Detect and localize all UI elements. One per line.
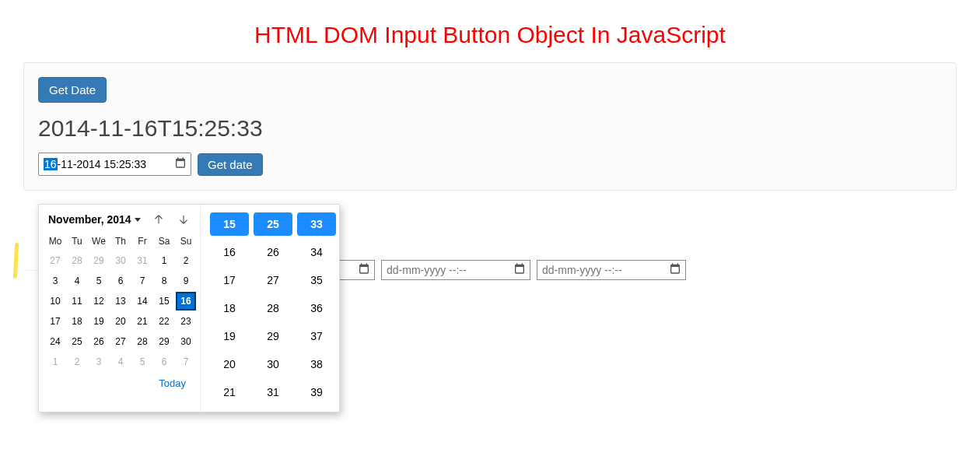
calendar-day[interactable]: 27 — [110, 332, 131, 351]
time-option[interactable]: 16 — [210, 240, 249, 264]
calendar-day[interactable]: 10 — [45, 292, 65, 310]
time-option[interactable]: 31 — [254, 381, 292, 404]
day-of-week-header: Sa — [154, 233, 174, 250]
extra-datetime-input-3[interactable] — [537, 260, 686, 280]
calendar-day[interactable]: 29 — [89, 251, 109, 270]
calendar-day[interactable]: 11 — [67, 292, 87, 310]
time-pane: 1525331626341727351828361929372030382131… — [201, 205, 339, 412]
datetime-input-wrap: 16-11-2014 15:25:33 — [38, 153, 191, 176]
calendar-day[interactable]: 2 — [67, 353, 87, 371]
today-link[interactable]: Today — [45, 371, 194, 391]
time-option[interactable]: 29 — [254, 324, 292, 348]
calendar-day[interactable]: 30 — [110, 251, 131, 270]
time-option[interactable]: 39 — [297, 381, 336, 404]
calendar-day[interactable]: 13 — [110, 292, 131, 310]
time-option[interactable]: 18 — [210, 296, 249, 320]
calendar-day[interactable]: 5 — [89, 272, 109, 290]
get-date-button[interactable]: Get Date — [38, 77, 107, 103]
day-of-week-header: Su — [176, 233, 196, 250]
time-option[interactable]: 34 — [297, 240, 336, 264]
calendar-day[interactable]: 27 — [45, 251, 65, 270]
calendar-day[interactable]: 6 — [154, 353, 174, 371]
calendar-day[interactable]: 14 — [132, 292, 152, 310]
calendar-day[interactable]: 1 — [45, 353, 65, 371]
extra-input-3-wrap — [537, 260, 686, 280]
page-title: HTML DOM Input Button Object In JavaScri… — [0, 0, 980, 62]
calendar-day[interactable]: 21 — [132, 312, 152, 331]
time-option[interactable]: 30 — [254, 353, 292, 376]
time-option[interactable]: 36 — [297, 296, 336, 320]
calendar-day[interactable]: 16 — [176, 292, 196, 310]
calendar-grid: MoTuWeThFrSaSu27282930311234567891011121… — [45, 233, 194, 371]
time-option[interactable]: 37 — [297, 324, 336, 348]
calendar-day[interactable]: 20 — [110, 312, 131, 331]
day-of-week-header: Th — [110, 233, 131, 250]
month-selector[interactable]: November, 2014 — [48, 213, 141, 226]
time-option[interactable]: 20 — [210, 353, 249, 376]
calendar-day[interactable]: 15 — [154, 292, 174, 310]
calendar-day[interactable]: 2 — [176, 251, 196, 270]
get-date-button-2[interactable]: Get date — [198, 153, 263, 176]
time-option[interactable]: 26 — [254, 240, 292, 264]
time-option[interactable]: 38 — [297, 353, 336, 376]
calendar-day[interactable]: 7 — [176, 353, 196, 371]
datetime-local-input[interactable]: 16-11-2014 15:25:33 — [38, 153, 191, 176]
month-label: November, 2014 — [48, 213, 131, 226]
calendar-day[interactable]: 26 — [89, 332, 109, 351]
time-option[interactable]: 27 — [254, 268, 292, 292]
calendar-day[interactable]: 3 — [45, 272, 65, 290]
calendar-day[interactable]: 3 — [89, 353, 109, 371]
calendar-day[interactable]: 25 — [67, 332, 87, 351]
calendar-day[interactable]: 23 — [176, 312, 196, 331]
prev-month-button[interactable] — [152, 212, 166, 226]
time-option[interactable]: 25 — [254, 212, 292, 236]
calendar-day[interactable]: 30 — [176, 332, 196, 351]
calendar-day[interactable]: 4 — [67, 272, 87, 290]
calendar-day[interactable]: 5 — [132, 353, 152, 371]
time-option[interactable]: 19 — [210, 324, 249, 348]
time-option[interactable]: 17 — [210, 268, 249, 292]
calendar-day[interactable]: 6 — [110, 272, 131, 290]
extra-input-2-wrap — [381, 260, 530, 280]
datetime-output: 2014-11-16T15:25:33 — [38, 115, 942, 142]
next-month-button[interactable] — [177, 212, 191, 226]
calendar-header: November, 2014 — [45, 212, 194, 233]
calendar-day[interactable]: 31 — [132, 251, 152, 270]
nav-arrows — [152, 212, 191, 226]
day-of-week-header: Mo — [45, 233, 65, 250]
input-rest-text: -11-2014 15:25:33 — [58, 158, 146, 170]
time-option[interactable]: 35 — [297, 268, 336, 292]
day-of-week-header: We — [89, 233, 109, 250]
time-option[interactable]: 33 — [297, 212, 336, 236]
chevron-down-icon — [135, 218, 141, 222]
day-of-week-header: Tu — [67, 233, 87, 250]
calendar-day[interactable]: 28 — [132, 332, 152, 351]
calendar-day[interactable]: 29 — [154, 332, 174, 351]
calendar-day[interactable]: 7 — [132, 272, 152, 290]
calendar-day[interactable]: 1 — [154, 251, 174, 270]
demo-panel: Get Date 2014-11-16T15:25:33 16-11-2014 … — [23, 62, 957, 191]
calendar-day[interactable]: 17 — [45, 312, 65, 331]
calendar-day[interactable]: 8 — [154, 272, 174, 290]
calendar-day[interactable]: 19 — [89, 312, 109, 331]
calendar-day[interactable]: 4 — [110, 353, 131, 371]
calendar-day[interactable]: 9 — [176, 272, 196, 290]
calendar-day[interactable]: 22 — [154, 312, 174, 331]
time-option[interactable]: 21 — [210, 381, 249, 404]
calendar-day[interactable]: 24 — [45, 332, 65, 351]
extra-datetime-input-2[interactable] — [381, 260, 530, 280]
time-option[interactable]: 28 — [254, 296, 292, 320]
calendar-pane: November, 2014 MoTuWeThFrSaSu27282930311… — [39, 205, 201, 412]
input-selected-day: 16 — [44, 158, 58, 170]
datetime-picker-popup: November, 2014 MoTuWeThFrSaSu27282930311… — [38, 204, 340, 412]
time-option[interactable]: 15 — [210, 212, 249, 236]
day-of-week-header: Fr — [132, 233, 152, 250]
calendar-day[interactable]: 12 — [89, 292, 109, 310]
calendar-day[interactable]: 28 — [67, 251, 87, 270]
calendar-day[interactable]: 18 — [67, 312, 87, 331]
